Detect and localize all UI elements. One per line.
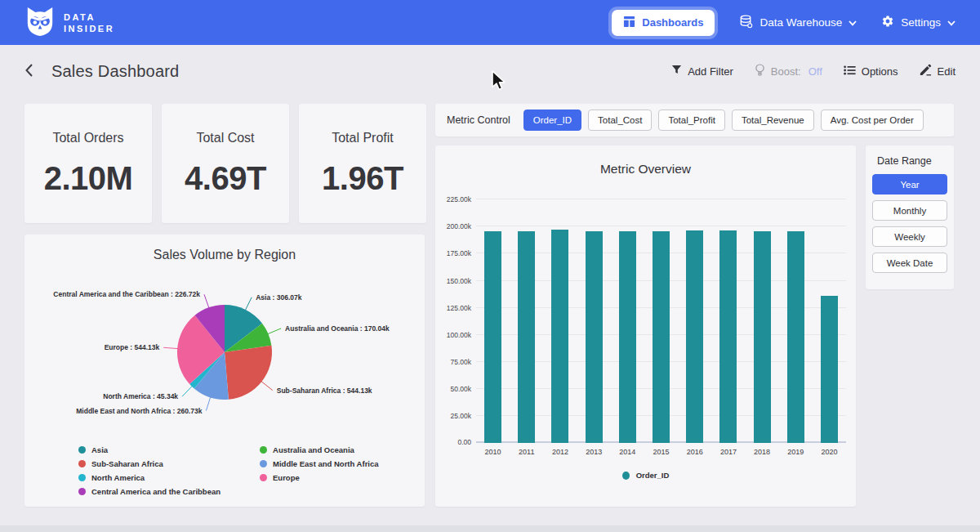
y-tick-label: 0.00 (439, 438, 471, 446)
bar-slot (779, 192, 813, 443)
date-range-panel: Date Range Year Monthly Weekly Week Date (866, 145, 954, 289)
bar-chart-legend[interactable]: Order_ID (435, 471, 856, 480)
nav-data-warehouse[interactable]: Data Warehouse (739, 15, 857, 31)
legend-dot (78, 488, 86, 495)
bar-slot (476, 192, 510, 443)
bar-2014[interactable] (619, 231, 636, 443)
pie-callout-line (182, 386, 193, 397)
bar-2017[interactable] (719, 230, 737, 443)
kpi-value: 4.69T (185, 160, 266, 197)
list-icon (844, 65, 856, 78)
boost-toggle[interactable]: Boost:Off (755, 64, 822, 78)
pie-callout-label: Central America and the Caribbean : 226.… (53, 290, 200, 298)
page-title: Sales Dashboard (51, 62, 179, 81)
legend-dot (78, 446, 86, 454)
topbar: DATA INSIDER Dashboards (0, 0, 980, 45)
date-range-label: Date Range (877, 155, 947, 167)
legend-label: Asia (91, 445, 108, 454)
bar-slot (611, 192, 644, 443)
pie-legend: AsiaSub-Saharan AfricaNorth AmericaCentr… (78, 445, 425, 496)
pie-callout-line (267, 329, 281, 334)
legend-item[interactable]: Middle East and North Africa (260, 459, 379, 468)
bar-2013[interactable] (586, 231, 603, 443)
pie-callout-label: Middle East and North Africa : 260.73k (76, 407, 202, 415)
date-button-weekly[interactable]: Weekly (872, 226, 947, 247)
kpi-card-total-orders: Total Orders 2.10M (24, 104, 152, 223)
bar-2010[interactable] (484, 231, 501, 443)
edit-button[interactable]: Edit (920, 64, 956, 78)
bar-chart-title: Metric Overview (435, 162, 856, 177)
kpi-value: 2.10M (44, 160, 133, 197)
y-tick-label: 200.00k (439, 222, 471, 230)
legend-item[interactable]: Central America and the Caribbean (78, 487, 220, 496)
metric-button-total-revenue[interactable]: Total_Revenue (732, 110, 814, 131)
legend-item[interactable]: Europe (260, 473, 379, 482)
metric-control-label: Metric Control (447, 114, 510, 126)
pie-callout-label: North America : 45.34k (103, 392, 178, 400)
bar-2019[interactable] (787, 231, 804, 443)
funnel-icon (671, 65, 682, 78)
x-axis-labels: 2010201120122013201420152016201720182019… (476, 448, 846, 456)
date-button-year[interactable]: Year (872, 174, 947, 194)
legend-item[interactable]: Australia and Oceania (260, 445, 379, 454)
header-actions: Add Filter Boost:Off Options (671, 64, 956, 78)
y-tick-label: 125.00k (439, 304, 471, 312)
legend-dot (622, 472, 630, 480)
legend-label: Europe (273, 473, 300, 482)
pie-chart-card: Sales Volume by Region Asia : 306.07kAus… (24, 235, 425, 507)
kpi-label: Total Cost (196, 131, 254, 145)
pie-callout-line (245, 297, 252, 311)
legend-label: Central America and the Caribbean (91, 487, 220, 496)
y-tick-label: 225.00k (439, 195, 471, 203)
bar-2016[interactable] (686, 230, 703, 443)
legend-item[interactable]: North America (78, 473, 220, 482)
legend-dot (260, 474, 267, 481)
x-tick-label: 2016 (678, 448, 711, 456)
page-header: Sales Dashboard Add Filter Boost:Off (0, 45, 980, 97)
pencil-icon (920, 64, 932, 78)
legend-dot (260, 460, 267, 467)
x-tick-label: 2020 (813, 448, 846, 456)
nav-data-warehouse-label: Data Warehouse (760, 16, 842, 29)
x-tick-label: 2010 (476, 448, 510, 456)
pie-callout-label: Sub-Saharan Africa : 544.13k (277, 387, 372, 395)
metric-button-total-profit[interactable]: Total_Profit (658, 110, 725, 131)
bar-2020[interactable] (821, 296, 838, 443)
bar-2011[interactable] (518, 231, 535, 443)
add-filter-button[interactable]: Add Filter (671, 65, 733, 78)
kpi-value: 1.96T (322, 160, 403, 197)
x-tick-label: 2013 (577, 448, 611, 456)
dashboards-grid-icon (623, 16, 635, 30)
bar-slot (746, 192, 779, 443)
app-logo[interactable]: DATA INSIDER (24, 5, 114, 41)
legend-item[interactable]: Sub-Saharan Africa (78, 459, 220, 468)
bar-chart-card: Metric Overview 0.0025.00k50.00k75.00k10… (435, 145, 856, 507)
pie-callout-line (163, 347, 179, 348)
metric-button-avg-cost-per-order[interactable]: Avg. Cost per Order (821, 110, 924, 131)
bar-2015[interactable] (653, 231, 670, 443)
bar-slot (678, 192, 711, 443)
pie-slice-2[interactable] (225, 346, 272, 400)
nav-dashboards-label: Dashboards (642, 16, 703, 29)
legend-item[interactable]: Asia (78, 445, 220, 454)
metric-button-order-id[interactable]: Order_ID (523, 110, 581, 131)
pie-callout-line (204, 294, 209, 309)
pie-callout-label: Europe : 544.13k (105, 343, 160, 351)
options-button[interactable]: Options (844, 65, 898, 78)
back-button[interactable] (24, 63, 33, 80)
date-button-week-date[interactable]: Week Date (872, 253, 947, 273)
nav-settings[interactable]: Settings (881, 15, 956, 30)
x-tick-label: 2019 (779, 448, 813, 456)
bar-slot (813, 192, 846, 443)
legend-dot (260, 446, 267, 454)
x-tick-label: 2015 (644, 448, 678, 456)
bar-slot (577, 192, 611, 443)
metric-button-total-cost[interactable]: Total_Cost (588, 110, 652, 131)
bar-2012[interactable] (551, 230, 568, 443)
nav-dashboards[interactable]: Dashboards (612, 10, 715, 36)
date-button-monthly[interactable]: Monthly (872, 200, 947, 221)
legend-dot (78, 460, 86, 467)
gear-icon (881, 15, 894, 30)
bar-2018[interactable] (754, 231, 771, 443)
pie-callout-label: Australia and Oceania : 170.04k (285, 324, 390, 333)
